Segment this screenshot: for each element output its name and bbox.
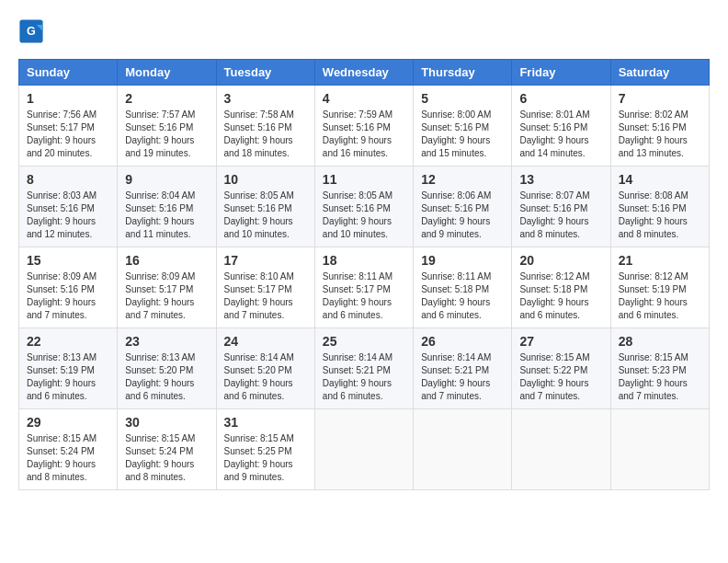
calendar-cell: 6Sunrise: 8:01 AMSunset: 5:16 PMDaylight… xyxy=(512,86,610,167)
calendar-cell: 16Sunrise: 8:09 AMSunset: 5:17 PMDayligh… xyxy=(118,247,216,328)
calendar-cell: 30Sunrise: 8:15 AMSunset: 5:24 PMDayligh… xyxy=(118,409,216,490)
day-number: 3 xyxy=(224,91,307,106)
weekday-header-wednesday: Wednesday xyxy=(314,60,413,86)
calendar-cell: 8Sunrise: 8:03 AMSunset: 5:16 PMDaylight… xyxy=(19,167,118,247)
day-info: Sunrise: 8:06 AMSunset: 5:16 PMDaylight:… xyxy=(421,190,504,241)
calendar-cell: 15Sunrise: 8:09 AMSunset: 5:16 PMDayligh… xyxy=(19,247,118,328)
day-info: Sunrise: 8:11 AMSunset: 5:18 PMDaylight:… xyxy=(421,270,504,322)
day-info: Sunrise: 8:13 AMSunset: 5:20 PMDaylight:… xyxy=(125,351,208,403)
day-number: 20 xyxy=(519,253,602,268)
day-info: Sunrise: 8:14 AMSunset: 5:20 PMDaylight:… xyxy=(224,351,307,403)
day-info: Sunrise: 8:02 AMSunset: 5:16 PMDaylight:… xyxy=(619,109,701,160)
day-info: Sunrise: 8:01 AMSunset: 5:16 PMDaylight:… xyxy=(519,109,602,160)
day-number: 26 xyxy=(421,334,504,349)
day-number: 16 xyxy=(125,253,208,268)
day-info: Sunrise: 8:11 AMSunset: 5:17 PMDaylight:… xyxy=(323,270,405,322)
calendar-cell: 27Sunrise: 8:15 AMSunset: 5:22 PMDayligh… xyxy=(512,328,610,409)
day-info: Sunrise: 8:12 AMSunset: 5:19 PMDaylight:… xyxy=(619,270,701,322)
day-info: Sunrise: 8:14 AMSunset: 5:21 PMDaylight:… xyxy=(323,351,405,403)
calendar-cell: 31Sunrise: 8:15 AMSunset: 5:25 PMDayligh… xyxy=(216,409,314,490)
calendar-cell: 29Sunrise: 8:15 AMSunset: 5:24 PMDayligh… xyxy=(19,409,118,490)
day-number: 29 xyxy=(27,415,109,430)
calendar-cell: 5Sunrise: 8:00 AMSunset: 5:16 PMDaylight… xyxy=(414,86,512,167)
logo: G xyxy=(18,18,48,44)
calendar-header-row: SundayMondayTuesdayWednesdayThursdayFrid… xyxy=(19,60,710,86)
calendar-cell: 14Sunrise: 8:08 AMSunset: 5:16 PMDayligh… xyxy=(610,167,709,247)
calendar-cell xyxy=(610,409,709,490)
calendar-cell: 17Sunrise: 8:10 AMSunset: 5:17 PMDayligh… xyxy=(216,247,314,328)
day-info: Sunrise: 7:57 AMSunset: 5:16 PMDaylight:… xyxy=(125,109,208,160)
day-info: Sunrise: 8:15 AMSunset: 5:23 PMDaylight:… xyxy=(619,351,701,403)
day-number: 15 xyxy=(27,253,109,268)
day-info: Sunrise: 8:13 AMSunset: 5:19 PMDaylight:… xyxy=(27,351,109,403)
calendar-cell: 23Sunrise: 8:13 AMSunset: 5:20 PMDayligh… xyxy=(118,328,216,409)
calendar-cell: 19Sunrise: 8:11 AMSunset: 5:18 PMDayligh… xyxy=(414,247,512,328)
day-info: Sunrise: 8:15 AMSunset: 5:24 PMDaylight:… xyxy=(27,432,109,484)
day-info: Sunrise: 8:15 AMSunset: 5:25 PMDaylight:… xyxy=(224,432,307,484)
day-number: 30 xyxy=(125,415,208,430)
page-header: G xyxy=(18,18,710,44)
calendar-cell: 18Sunrise: 8:11 AMSunset: 5:17 PMDayligh… xyxy=(314,247,413,328)
day-number: 17 xyxy=(224,253,307,268)
weekday-header-monday: Monday xyxy=(118,60,216,86)
day-number: 6 xyxy=(519,91,602,106)
day-number: 19 xyxy=(421,253,504,268)
day-number: 2 xyxy=(125,91,208,106)
calendar-cell: 26Sunrise: 8:14 AMSunset: 5:21 PMDayligh… xyxy=(414,328,512,409)
day-number: 1 xyxy=(27,91,109,106)
calendar-cell: 1Sunrise: 7:56 AMSunset: 5:17 PMDaylight… xyxy=(19,86,118,167)
day-info: Sunrise: 8:05 AMSunset: 5:16 PMDaylight:… xyxy=(224,190,307,241)
weekday-header-friday: Friday xyxy=(512,60,610,86)
day-number: 22 xyxy=(27,334,109,349)
day-number: 27 xyxy=(519,334,602,349)
day-info: Sunrise: 8:15 AMSunset: 5:24 PMDaylight:… xyxy=(125,432,208,484)
day-number: 10 xyxy=(224,172,307,187)
calendar-cell: 25Sunrise: 8:14 AMSunset: 5:21 PMDayligh… xyxy=(314,328,413,409)
calendar-cell: 2Sunrise: 7:57 AMSunset: 5:16 PMDaylight… xyxy=(118,86,216,167)
day-info: Sunrise: 8:10 AMSunset: 5:17 PMDaylight:… xyxy=(224,270,307,322)
day-info: Sunrise: 7:59 AMSunset: 5:16 PMDaylight:… xyxy=(323,109,405,160)
calendar-cell xyxy=(314,409,413,490)
weekday-header-tuesday: Tuesday xyxy=(216,60,314,86)
day-number: 18 xyxy=(323,253,405,268)
calendar-cell: 4Sunrise: 7:59 AMSunset: 5:16 PMDaylight… xyxy=(314,86,413,167)
day-number: 8 xyxy=(27,172,109,187)
day-info: Sunrise: 8:08 AMSunset: 5:16 PMDaylight:… xyxy=(619,190,701,241)
logo-icon: G xyxy=(18,18,44,44)
weekday-header-thursday: Thursday xyxy=(414,60,512,86)
day-info: Sunrise: 8:05 AMSunset: 5:16 PMDaylight:… xyxy=(323,190,405,241)
weekday-header-sunday: Sunday xyxy=(19,60,118,86)
day-info: Sunrise: 8:00 AMSunset: 5:16 PMDaylight:… xyxy=(421,109,504,160)
calendar-cell xyxy=(512,409,610,490)
calendar-cell: 28Sunrise: 8:15 AMSunset: 5:23 PMDayligh… xyxy=(610,328,709,409)
day-number: 5 xyxy=(421,91,504,106)
calendar-week-1: 1Sunrise: 7:56 AMSunset: 5:17 PMDaylight… xyxy=(19,86,710,167)
calendar-cell: 24Sunrise: 8:14 AMSunset: 5:20 PMDayligh… xyxy=(216,328,314,409)
calendar-cell: 9Sunrise: 8:04 AMSunset: 5:16 PMDaylight… xyxy=(118,167,216,247)
day-number: 25 xyxy=(323,334,405,349)
svg-text:G: G xyxy=(27,25,36,38)
day-info: Sunrise: 8:07 AMSunset: 5:16 PMDaylight:… xyxy=(519,190,602,241)
calendar-cell xyxy=(414,409,512,490)
calendar-cell: 12Sunrise: 8:06 AMSunset: 5:16 PMDayligh… xyxy=(414,167,512,247)
calendar-body: 1Sunrise: 7:56 AMSunset: 5:17 PMDaylight… xyxy=(19,86,710,490)
calendar-cell: 7Sunrise: 8:02 AMSunset: 5:16 PMDaylight… xyxy=(610,86,709,167)
calendar-cell: 10Sunrise: 8:05 AMSunset: 5:16 PMDayligh… xyxy=(216,167,314,247)
day-info: Sunrise: 7:56 AMSunset: 5:17 PMDaylight:… xyxy=(27,109,109,160)
calendar-week-2: 8Sunrise: 8:03 AMSunset: 5:16 PMDaylight… xyxy=(19,167,710,247)
day-info: Sunrise: 8:12 AMSunset: 5:18 PMDaylight:… xyxy=(519,270,602,322)
day-number: 21 xyxy=(619,253,701,268)
day-number: 11 xyxy=(323,172,405,187)
day-number: 23 xyxy=(125,334,208,349)
day-number: 31 xyxy=(224,415,307,430)
day-info: Sunrise: 8:15 AMSunset: 5:22 PMDaylight:… xyxy=(519,351,602,403)
day-number: 4 xyxy=(323,91,405,106)
day-number: 24 xyxy=(224,334,307,349)
day-info: Sunrise: 8:14 AMSunset: 5:21 PMDaylight:… xyxy=(421,351,504,403)
calendar-cell: 13Sunrise: 8:07 AMSunset: 5:16 PMDayligh… xyxy=(512,167,610,247)
day-info: Sunrise: 8:09 AMSunset: 5:16 PMDaylight:… xyxy=(27,270,109,322)
calendar-cell: 3Sunrise: 7:58 AMSunset: 5:16 PMDaylight… xyxy=(216,86,314,167)
calendar-week-5: 29Sunrise: 8:15 AMSunset: 5:24 PMDayligh… xyxy=(19,409,710,490)
calendar-cell: 20Sunrise: 8:12 AMSunset: 5:18 PMDayligh… xyxy=(512,247,610,328)
day-number: 12 xyxy=(421,172,504,187)
